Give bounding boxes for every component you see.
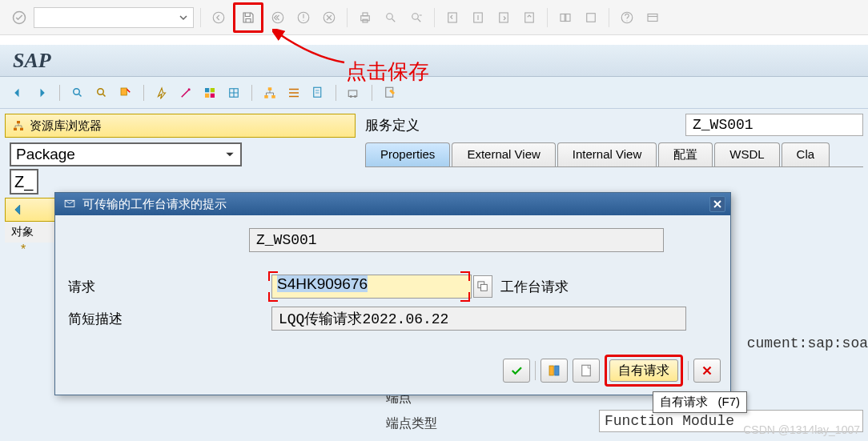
- own-request-highlight: 自有请求: [605, 355, 683, 387]
- own-request-tooltip: 自有请求 (F7): [653, 391, 747, 413]
- tab-config[interactable]: 配置: [658, 142, 713, 166]
- transport-request-dialog: 可传输的工作台请求的提示 Z_WS001 请求 S4HK909676 工作台请求…: [54, 192, 731, 395]
- package-input[interactable]: Z_: [10, 169, 38, 194]
- app-header: SAP: [0, 45, 868, 77]
- repository-browser-title: 资源库浏览器: [30, 118, 102, 134]
- separator: [347, 8, 348, 27]
- svg-rect-29: [271, 95, 275, 98]
- own-request-button[interactable]: 自有请求: [609, 359, 678, 382]
- print-icon[interactable]: [354, 6, 376, 29]
- save-button[interactable]: [237, 6, 259, 29]
- svg-rect-25: [211, 93, 215, 97]
- list-icon[interactable]: [284, 83, 303, 102]
- next-page-icon[interactable]: [492, 6, 515, 29]
- svg-rect-6: [363, 13, 368, 16]
- svg-rect-35: [17, 121, 20, 123]
- test-icon[interactable]: [224, 83, 243, 102]
- other-object-icon[interactable]: [116, 83, 135, 102]
- separator: [251, 85, 252, 101]
- chevron-down-icon: [224, 149, 235, 160]
- request-value: S4HK909676: [277, 275, 368, 292]
- package-select[interactable]: Package: [10, 142, 242, 166]
- doc-icon[interactable]: [308, 83, 328, 102]
- last-page-icon[interactable]: [518, 6, 540, 29]
- arrow-to-save: [272, 29, 352, 69]
- svg-point-8: [387, 13, 393, 19]
- tab-external-view[interactable]: External View: [452, 142, 555, 166]
- back-icon[interactable]: [207, 6, 230, 29]
- svg-rect-41: [549, 366, 553, 375]
- separator: [59, 85, 60, 101]
- svg-rect-28: [264, 95, 268, 98]
- tooltip-key: (F7): [718, 395, 741, 408]
- tab-cla[interactable]: Cla: [782, 142, 830, 166]
- first-page-icon[interactable]: [441, 6, 464, 29]
- create-button[interactable]: [573, 359, 600, 383]
- back-nav-icon[interactable]: [267, 6, 289, 29]
- transport-icon[interactable]: [344, 83, 364, 102]
- svg-rect-23: [211, 88, 215, 92]
- where-used-icon[interactable]: [200, 83, 219, 102]
- separator: [535, 361, 536, 380]
- new-session-icon[interactable]: [554, 6, 577, 29]
- svg-rect-21: [121, 88, 127, 95]
- layout-icon[interactable]: [641, 6, 664, 29]
- svg-rect-37: [20, 128, 23, 130]
- nav-back-icon[interactable]: [8, 83, 27, 102]
- svg-rect-36: [14, 128, 17, 130]
- svg-rect-27: [268, 87, 272, 90]
- svg-rect-30: [314, 87, 321, 97]
- object-name-field: Z_WS001: [249, 228, 664, 252]
- tab-properties[interactable]: Properties: [365, 142, 450, 166]
- f4-help-button[interactable]: [473, 275, 492, 298]
- check-icon[interactable]: [92, 83, 111, 102]
- ok-icon[interactable]: [8, 6, 30, 29]
- sap-logo: SAP: [13, 49, 51, 73]
- command-field[interactable]: [34, 7, 194, 28]
- endpoint-type-label: 端点类型: [386, 415, 437, 432]
- activate-icon[interactable]: [152, 83, 171, 102]
- own-request-label: 自有请求: [618, 363, 669, 379]
- svg-rect-10: [448, 13, 457, 22]
- dialog-title: 可传输的工作台请求的提示: [82, 197, 227, 212]
- nav-forward-icon[interactable]: [32, 83, 51, 102]
- request-input[interactable]: S4HK909676: [271, 275, 472, 299]
- continue-button[interactable]: [503, 359, 530, 383]
- dialog-close-button[interactable]: [709, 196, 725, 212]
- exit-icon[interactable]: [292, 6, 315, 29]
- new-request-button[interactable]: [540, 359, 568, 383]
- svg-rect-5: [361, 15, 370, 20]
- hierarchy-icon[interactable]: [260, 83, 279, 102]
- repository-browser-header: 资源库浏览器: [5, 114, 356, 138]
- cancel-button[interactable]: [693, 359, 721, 383]
- prev-page-icon[interactable]: [467, 6, 489, 29]
- separator: [688, 361, 689, 380]
- svg-point-1: [213, 12, 224, 23]
- wand-icon[interactable]: [176, 83, 195, 102]
- svg-rect-12: [500, 13, 508, 22]
- dialog-footer: 自有请求: [55, 347, 730, 395]
- pencil-icon[interactable]: [380, 83, 400, 102]
- find-icon[interactable]: [380, 6, 402, 29]
- find-next-icon[interactable]: [405, 6, 428, 29]
- tab-wsdl[interactable]: WSDL: [714, 142, 779, 166]
- description-field: LQQ传输请求2022.06.22: [271, 307, 686, 331]
- system-toolbar: [0, 0, 868, 35]
- tab-internal-view[interactable]: Internal View: [557, 142, 657, 166]
- shortcut-icon[interactable]: [580, 6, 602, 29]
- cancel-icon[interactable]: [318, 6, 340, 29]
- save-annotation: 点击保存: [346, 58, 429, 86]
- arrow-left-icon[interactable]: [10, 202, 26, 218]
- svg-point-19: [74, 88, 80, 94]
- save-button-highlight: [233, 2, 263, 33]
- service-def-value[interactable]: Z_WS001: [685, 114, 863, 136]
- svg-rect-18: [648, 14, 657, 21]
- description-label: 简短描述: [63, 310, 271, 328]
- svg-rect-43: [582, 365, 591, 376]
- separator: [336, 85, 336, 101]
- help-icon[interactable]: [616, 6, 638, 29]
- namespace-text: cument:sap:soa: [747, 335, 868, 351]
- display-icon[interactable]: [68, 83, 87, 102]
- separator: [200, 8, 201, 27]
- watermark: CSDN @1314lay_1007: [743, 423, 860, 436]
